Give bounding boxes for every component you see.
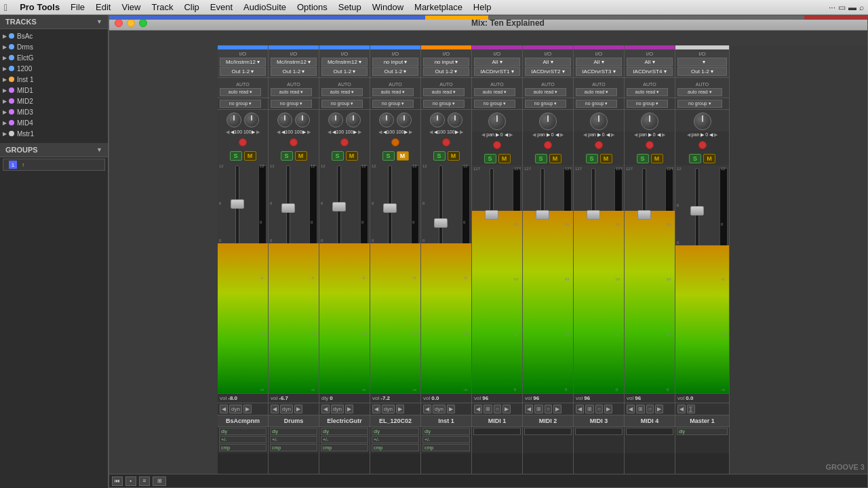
pan-right-btn-bsacmpnm[interactable]: ▶ bbox=[243, 405, 252, 413]
pan-left-arrow-midi2[interactable]: ◀ bbox=[532, 132, 536, 138]
sidebar-track-mid3[interactable]: ▶ MID3 bbox=[0, 106, 108, 117]
send-button-drums[interactable] bbox=[290, 138, 298, 146]
io-input-select-bsacmpnm[interactable]: Mc/Instrm12 ▾ bbox=[220, 58, 266, 66]
midi-left-btn-midi1[interactable]: ◀ bbox=[474, 405, 482, 413]
send-button-master1[interactable] bbox=[698, 141, 707, 149]
midi-right-btn-midi1[interactable]: ▶ bbox=[502, 405, 511, 413]
midi-piano-btn-midi4[interactable]: ⊞ bbox=[636, 405, 645, 413]
sidebar-track-drms[interactable]: ▶ Drms bbox=[0, 41, 108, 52]
mute-button-midi3[interactable]: M bbox=[600, 154, 612, 163]
menu-window[interactable]: Window bbox=[367, 1, 409, 14]
fader-handle-el120c02[interactable] bbox=[383, 203, 397, 213]
pan-left-arrow-electricguitar[interactable]: ◀ bbox=[328, 129, 331, 135]
mute-button-master1[interactable]: M bbox=[703, 154, 715, 163]
mute-button-midi1[interactable]: M bbox=[498, 154, 511, 163]
pan-left-btn-drums[interactable]: ◀ bbox=[271, 405, 279, 413]
menu-clip[interactable]: Clip bbox=[178, 1, 204, 14]
pan-right-arrow-el120c02[interactable]: ▶ bbox=[409, 129, 412, 135]
midi-left-btn-midi4[interactable]: ◀ bbox=[627, 405, 635, 413]
group-select-midi3[interactable]: no group ▾ bbox=[576, 100, 617, 108]
menu-dots-icon[interactable]: ··· bbox=[829, 3, 835, 12]
mute-button-midi2[interactable]: M bbox=[549, 154, 561, 163]
auto-mode-btn-drums[interactable]: auto read ▾ bbox=[271, 88, 312, 96]
insert-slot-electricguitar[interactable]: dly bbox=[321, 428, 368, 435]
mute-button-drums[interactable]: M bbox=[295, 151, 307, 161]
knob-left-el120c02[interactable] bbox=[379, 113, 394, 127]
fader-handle-inst1[interactable] bbox=[434, 218, 448, 228]
pan-left-arrow-master1[interactable]: ◀ bbox=[687, 132, 690, 138]
sidebar-track-1200[interactable]: ▶ 1200 bbox=[0, 63, 108, 74]
auto-mode-btn-midi4[interactable]: auto read ▾ bbox=[627, 88, 668, 96]
pan-right-btn-inst1[interactable]: ▶ bbox=[447, 405, 455, 413]
rewind-button[interactable]: ⏮ bbox=[112, 476, 123, 486]
dyn-label-inst1[interactable]: dyn bbox=[433, 405, 446, 413]
mute-button-bsacmpnm[interactable]: M bbox=[244, 151, 256, 161]
io-input-select-midi2[interactable]: All ▾ bbox=[525, 58, 571, 66]
menu-video-icon[interactable]: ▬ bbox=[848, 3, 856, 12]
send-button-el120c02[interactable] bbox=[391, 138, 399, 146]
auto-mode-btn-bsacmpnm[interactable]: auto read ▾ bbox=[220, 88, 261, 96]
dyn-label-bsacmpnm[interactable]: dyn bbox=[229, 405, 242, 413]
sidebar-track-mstr1[interactable]: ▶ Mstr1 bbox=[0, 128, 108, 139]
insert-slot-inst1[interactable]: +/- bbox=[422, 436, 470, 443]
insert-slot-bsacmpnm[interactable]: dly bbox=[219, 428, 267, 435]
sidebar-track-bsac[interactable]: ▶ BsAc bbox=[0, 30, 108, 41]
solo-button-drums[interactable]: S bbox=[281, 151, 293, 161]
sidebar-track-mid1[interactable]: ▶ MID1 bbox=[0, 85, 108, 96]
menu-audiosuite[interactable]: AudioSuite bbox=[238, 1, 292, 14]
dyn-label-drums[interactable]: dyn bbox=[280, 405, 293, 413]
sidebar-track-mid4[interactable]: ▶ MID4 bbox=[0, 117, 108, 128]
fader-handle-master1[interactable] bbox=[690, 206, 704, 216]
pan-right-btn-drums[interactable]: ▶ bbox=[294, 405, 302, 413]
pan-left-btn-el120c02[interactable]: ◀ bbox=[372, 405, 380, 413]
group-select-inst1[interactable]: no group ▾ bbox=[423, 100, 465, 108]
send-button-midi3[interactable] bbox=[595, 141, 603, 149]
pan-left-arrow-bsacmpnm[interactable]: ◀ bbox=[226, 129, 229, 135]
midi-circle-btn-midi4[interactable]: ○ bbox=[646, 405, 654, 413]
io-input-select-midi1[interactable]: All ▾ bbox=[474, 58, 520, 66]
auto-mode-btn-inst1[interactable]: auto read ▾ bbox=[423, 88, 465, 96]
solo-button-master1[interactable]: S bbox=[689, 154, 701, 163]
io-output-select-drums[interactable]: Out 1-2 ▾ bbox=[271, 67, 317, 76]
io-input-select-electricguitar[interactable]: Mc/Instrm12 ▾ bbox=[321, 58, 368, 66]
pan-left-arrow-drums[interactable]: ◀ bbox=[277, 129, 280, 135]
pan-right-arrow-midi1[interactable]: ▶ bbox=[509, 132, 513, 138]
menu-view[interactable]: View bbox=[116, 1, 146, 14]
insert-slot-el120c02[interactable]: +/- bbox=[372, 436, 419, 443]
menu-control-icon[interactable]: ▭ bbox=[838, 3, 846, 12]
group-select-midi1[interactable]: no group ▾ bbox=[474, 100, 515, 108]
insert-slot-drums[interactable]: +/- bbox=[270, 436, 317, 443]
solo-button-bsacmpnm[interactable]: S bbox=[230, 151, 242, 161]
io-input-select-el120c02[interactable]: no input ▾ bbox=[372, 58, 418, 66]
knob-left-bsacmpnm[interactable] bbox=[226, 113, 241, 127]
solo-button-inst1[interactable]: S bbox=[433, 151, 446, 161]
midi-piano-btn-midi1[interactable]: ⊞ bbox=[484, 405, 492, 413]
io-output-select-electricguitar[interactable]: Out 1-2 ▾ bbox=[321, 67, 368, 76]
pan-right-arrow-electricguitar[interactable]: ▶ bbox=[358, 129, 361, 135]
midi-piano-btn-midi3[interactable]: ⊞ bbox=[585, 405, 594, 413]
insert-slot-electricguitar[interactable]: cmp bbox=[321, 444, 368, 451]
menu-help[interactable]: Help bbox=[468, 1, 497, 14]
io-input-select-drums[interactable]: Mc/Instrm12 ▾ bbox=[271, 58, 317, 66]
insert-slot-el120c02[interactable]: cmp bbox=[372, 444, 419, 451]
menu-search-icon[interactable]: ⌕ bbox=[859, 3, 864, 12]
auto-mode-btn-midi3[interactable]: auto read ▾ bbox=[576, 88, 617, 96]
maximize-button[interactable] bbox=[139, 19, 147, 27]
knob-left-inst1[interactable] bbox=[430, 113, 445, 127]
zoom-button[interactable]: ⊞ bbox=[153, 476, 166, 486]
pan-left-arrow-midi3[interactable]: ◀ bbox=[583, 132, 587, 138]
fader-handle-midi1[interactable] bbox=[485, 210, 498, 220]
solo-button-midi2[interactable]: S bbox=[535, 154, 547, 163]
insert-slot-drums[interactable]: cmp bbox=[270, 444, 317, 451]
groups-arrow[interactable]: ▼ bbox=[96, 146, 102, 153]
send-button-bsacmpnm[interactable] bbox=[239, 138, 247, 146]
knob-pan-master1[interactable] bbox=[694, 113, 711, 130]
group-item-all[interactable]: 1 ! bbox=[3, 159, 105, 171]
menu-options[interactable]: Options bbox=[292, 1, 333, 14]
pan-right-arrow-inst1[interactable]: ▶ bbox=[460, 129, 463, 135]
pan-right-arrow-midi3[interactable]: ▶ bbox=[611, 132, 614, 138]
group-select-master1[interactable]: no group ▾ bbox=[677, 100, 722, 108]
group-select-midi4[interactable]: no group ▾ bbox=[627, 100, 668, 108]
group-select-electricguitar[interactable]: no group ▾ bbox=[321, 100, 363, 108]
mute-button-inst1[interactable]: M bbox=[448, 151, 460, 161]
